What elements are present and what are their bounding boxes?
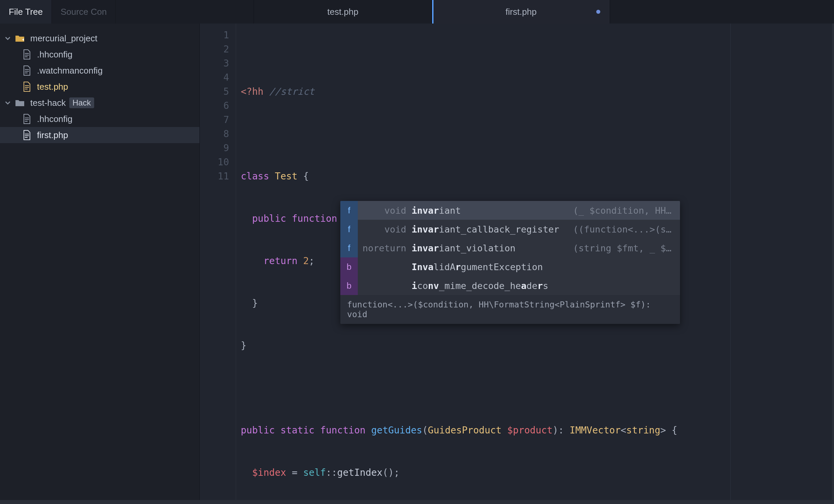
line-number-gutter: 1 2 3 4 5 6 7 8 9 10 11 [200, 24, 236, 500]
completion-kind-icon: f [340, 220, 358, 238]
folder-repo-icon [15, 34, 25, 42]
token: string [626, 423, 660, 437]
tree-file-hhconfig-1[interactable]: .hhconfig [0, 46, 199, 63]
editor-tab-first[interactable]: first.php [432, 0, 610, 24]
token: > [660, 423, 666, 437]
completion-return-type: void [358, 224, 412, 234]
editor-scrollbar[interactable] [832, 24, 834, 500]
code-line: <?hh //strict [241, 85, 834, 99]
tree-file-first[interactable]: first.php [0, 127, 199, 143]
completion-return-type: void [358, 205, 412, 216]
top-tab-bar: File Tree Source Con test.php first.php [0, 0, 834, 24]
file-icon [23, 49, 31, 60]
code-line: } [241, 339, 834, 353]
editor-tab-test[interactable]: test.php [254, 0, 432, 24]
tree-folder-mercurial[interactable]: mercurial_project [0, 30, 199, 46]
token: IMMVector [570, 423, 621, 437]
match: invar [412, 243, 439, 253]
token: 2 [303, 254, 309, 268]
token: <?hh [241, 85, 269, 99]
token: ( [422, 423, 428, 437]
token: { [666, 423, 677, 437]
language-badge: Hack [69, 97, 94, 108]
line-number: 9 [200, 141, 236, 155]
autocomplete-item[interactable]: b InvalidArgumentException [340, 257, 680, 276]
file-label: .watchmanconfig [37, 66, 103, 76]
token: = [286, 466, 303, 480]
token [241, 296, 252, 311]
token: $product [507, 423, 552, 437]
line-number: 6 [200, 99, 236, 113]
token: return [263, 254, 303, 268]
app-root: File Tree Source Con test.php first.php [0, 0, 834, 504]
completion-signature: (string $fmt, _ $f… [573, 243, 674, 253]
completion-kind-icon: f [340, 201, 358, 220]
rest: iant_violation [439, 243, 515, 253]
token: getIndex [337, 466, 383, 480]
token: function [292, 212, 343, 226]
token: ): [552, 423, 570, 437]
token: (); [382, 466, 399, 480]
tree-folder-testhack[interactable]: test-hack Hack [0, 95, 199, 111]
token: //strict [269, 85, 314, 99]
token: getGuides [371, 423, 422, 437]
tab-file-tree[interactable]: File Tree [0, 0, 52, 24]
file-icon [23, 82, 31, 92]
tree-file-hhconfig-2[interactable]: .hhconfig [0, 111, 199, 127]
token: static [281, 423, 320, 437]
line-number: 11 [200, 169, 236, 183]
main-split: mercurial_project .hhconfig .watchmancon… [0, 24, 834, 500]
line-number: 5 [200, 85, 236, 99]
code-line [241, 127, 834, 141]
line-number: 10 [200, 155, 236, 169]
completion-kind-icon: b [340, 276, 358, 295]
rest: iant_callback_register [439, 224, 559, 234]
tab-spacer [116, 0, 254, 24]
file-tree-sidebar: mercurial_project .hhconfig .watchmancon… [0, 24, 200, 500]
completion-name: invariant_callback_register [412, 224, 559, 234]
token: :: [326, 466, 337, 480]
completion-kind-icon: f [340, 238, 358, 257]
file-icon [23, 114, 31, 124]
match: invar [412, 224, 439, 234]
code-line: public static function getGuides(GuidesP… [241, 423, 834, 437]
autocomplete-item[interactable]: f void invariant_callback_register ((fun… [340, 220, 680, 238]
line-number: 8 [200, 127, 236, 141]
token: { [298, 169, 309, 183]
autocomplete-detail: function<...>($condition, HH\FormatStrin… [340, 295, 680, 324]
token [241, 254, 263, 268]
code-line: class Test { [241, 169, 834, 183]
completion-signature: ((function<...>(st… [573, 224, 674, 234]
autocomplete-item[interactable]: b iconv_mime_decode_headers [340, 276, 680, 295]
chevron-down-icon [4, 35, 12, 42]
token: self [303, 466, 326, 480]
line-number: 3 [200, 56, 236, 71]
completion-name: invariant_violation [412, 243, 515, 253]
file-label: first.php [37, 130, 68, 140]
line-number: 4 [200, 71, 236, 85]
token: function [320, 423, 371, 437]
line-number: 2 [200, 42, 236, 56]
folder-icon [15, 99, 25, 107]
completion-return-type: noreturn [358, 243, 412, 253]
folder-label: mercurial_project [30, 33, 97, 44]
wrap-guide-line [730, 24, 731, 500]
token: } [252, 296, 258, 311]
code-line: $index = self::getIndex(); [241, 466, 834, 480]
chevron-down-icon [4, 99, 12, 107]
token [241, 466, 252, 480]
autocomplete-item[interactable]: f void invariant (_ $condition, HH\… [340, 201, 680, 220]
editor-pane[interactable]: 1 2 3 4 5 6 7 8 9 10 11 <?hh //strict cl… [200, 24, 834, 500]
token [241, 212, 252, 226]
autocomplete-item[interactable]: f noreturn invariant_violation (string $… [340, 238, 680, 257]
tab-source-control[interactable]: Source Con [52, 0, 116, 24]
tree-file-watchman[interactable]: .watchmanconfig [0, 63, 199, 78]
file-label: .hhconfig [37, 49, 73, 60]
token: GuidesProduct [428, 423, 507, 437]
tab-source-control-label: Source Con [61, 7, 107, 17]
editor-tab-group: test.php first.php [116, 0, 834, 24]
file-label: .hhconfig [37, 114, 73, 124]
completion-name: InvalidArgumentException [412, 262, 543, 272]
token: Test [275, 169, 297, 183]
tree-file-test[interactable]: test.php [0, 78, 199, 95]
